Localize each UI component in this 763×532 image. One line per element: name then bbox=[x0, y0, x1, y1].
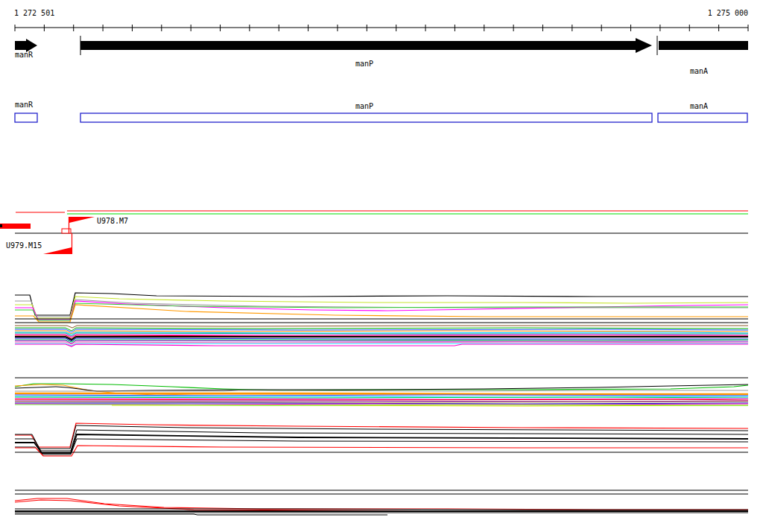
region-end-coordinate: 1 275 000 bbox=[708, 10, 748, 17]
gene-arrow-label-manP: manP bbox=[355, 60, 373, 68]
red-bar-tick bbox=[0, 224, 2, 227]
expression-profile-line-band1 bbox=[15, 303, 748, 320]
region-start-coordinate: 1 272 501 bbox=[14, 10, 54, 17]
expression-profile-line-band1 bbox=[15, 326, 748, 328]
gene-arrow-label-manR: manR bbox=[15, 51, 33, 59]
gene-box-manR[interactable] bbox=[15, 113, 37, 122]
red-feature-bar[interactable] bbox=[0, 224, 31, 229]
gene-box-label-manA: manA bbox=[690, 103, 708, 110]
expression-profile-line-band2 bbox=[15, 395, 748, 396]
gene-arrow-label-manA: manA bbox=[690, 68, 708, 75]
expression-profile-line-band2 bbox=[15, 402, 748, 402]
gene-box-label-manR: manR bbox=[15, 101, 33, 109]
gene-arrow-manP[interactable] bbox=[80, 38, 652, 53]
expression-profile-line-band3 bbox=[15, 434, 748, 453]
genome-browser-view: 1 272 501 1 275 000 manR manP manA manR … bbox=[0, 0, 763, 532]
expression-profile-line-band1 bbox=[15, 344, 748, 346]
flag-U978[interactable] bbox=[69, 217, 95, 223]
expression-profile-line-band4 bbox=[15, 514, 387, 515]
gene-box-label-manP: manP bbox=[355, 103, 373, 110]
expression-profile-line-band4 bbox=[15, 498, 748, 510]
feature-label-U979-M15: U979.M15 bbox=[6, 242, 42, 250]
gene-box-manP[interactable] bbox=[80, 113, 652, 122]
expression-profile-line-band2 bbox=[15, 397, 748, 398]
genome-browser-canvas[interactable] bbox=[0, 0, 763, 532]
expression-profile-line-band4 bbox=[15, 509, 748, 510]
expression-profile-line-band3 bbox=[15, 446, 748, 456]
feature-label-U978-M7: U978.M7 bbox=[97, 218, 128, 225]
small-red-outline-box[interactable] bbox=[62, 229, 71, 233]
gene-arrow-manA[interactable] bbox=[659, 41, 748, 50]
gene-box-manA[interactable] bbox=[658, 113, 747, 122]
flag-U979[interactable] bbox=[43, 247, 72, 254]
expression-profile-line-band2 bbox=[15, 393, 748, 394]
